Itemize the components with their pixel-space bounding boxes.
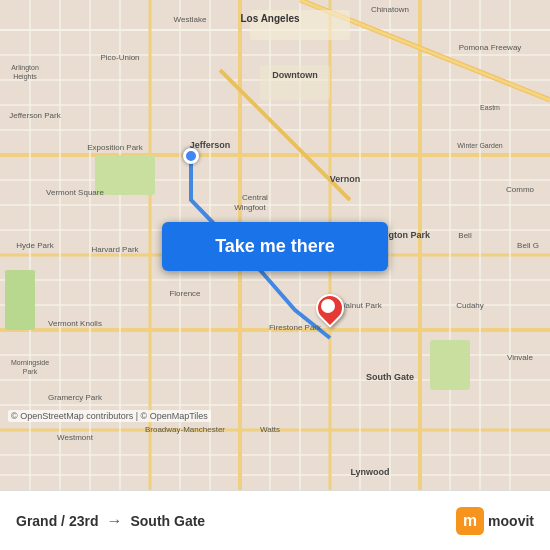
svg-text:Vernon: Vernon xyxy=(330,174,361,184)
svg-text:Exposition Park: Exposition Park xyxy=(87,143,144,152)
svg-text:Arlington: Arlington xyxy=(11,64,39,72)
svg-text:Bell G: Bell G xyxy=(517,241,539,250)
svg-text:Chinatown: Chinatown xyxy=(371,5,409,14)
svg-text:Watts: Watts xyxy=(260,425,280,434)
svg-text:Broadway-Manchester: Broadway-Manchester xyxy=(145,425,225,434)
svg-text:Eastm: Eastm xyxy=(480,104,500,111)
svg-text:Gramercy Park: Gramercy Park xyxy=(48,393,103,402)
svg-text:Vermont Knolls: Vermont Knolls xyxy=(48,319,102,328)
svg-rect-50 xyxy=(430,340,470,390)
moovit-icon: m xyxy=(456,507,484,535)
bottom-bar: Grand / 23rd → South Gate m moovit xyxy=(0,490,550,550)
svg-rect-49 xyxy=(5,270,35,330)
svg-text:Pomona Freeway: Pomona Freeway xyxy=(459,43,522,52)
map-attribution: © OpenStreetMap contributors | © OpenMap… xyxy=(8,410,211,422)
map-container: Los Angeles Westlake Chinatown Arlington… xyxy=(0,0,550,490)
svg-text:Walnut Park: Walnut Park xyxy=(338,301,382,310)
svg-text:Jefferson: Jefferson xyxy=(190,140,231,150)
svg-text:Jefferson Park: Jefferson Park xyxy=(9,111,61,120)
moovit-logo: m moovit xyxy=(456,507,534,535)
svg-text:Pico-Union: Pico-Union xyxy=(100,53,139,62)
svg-text:Florence: Florence xyxy=(169,289,201,298)
svg-text:Cudahy: Cudahy xyxy=(456,301,484,310)
svg-text:Bell: Bell xyxy=(458,231,472,240)
svg-text:Vinvale: Vinvale xyxy=(507,353,534,362)
svg-text:Los Angeles: Los Angeles xyxy=(240,13,300,24)
to-label: South Gate xyxy=(130,513,205,529)
svg-text:Morningside: Morningside xyxy=(11,359,49,367)
svg-text:Hyde Park: Hyde Park xyxy=(16,241,54,250)
origin-marker xyxy=(183,148,199,164)
svg-text:Commo: Commo xyxy=(506,185,535,194)
moovit-text: moovit xyxy=(488,513,534,529)
route-info: Grand / 23rd → South Gate xyxy=(16,512,205,530)
svg-text:Central: Central xyxy=(242,193,268,202)
svg-text:Wingfoot: Wingfoot xyxy=(234,203,266,212)
svg-text:m: m xyxy=(463,512,477,529)
svg-text:Vermont Square: Vermont Square xyxy=(46,188,104,197)
svg-text:Westlake: Westlake xyxy=(174,15,207,24)
svg-text:South Gate: South Gate xyxy=(366,372,414,382)
from-label: Grand / 23rd xyxy=(16,513,98,529)
svg-text:Firestone Park: Firestone Park xyxy=(269,323,322,332)
svg-rect-48 xyxy=(95,155,155,195)
svg-text:Harvard Park: Harvard Park xyxy=(91,245,139,254)
svg-text:Park: Park xyxy=(23,368,38,375)
svg-text:Downtown: Downtown xyxy=(272,70,318,80)
svg-text:Westmont: Westmont xyxy=(57,433,94,442)
take-me-there-button[interactable]: Take me there xyxy=(162,222,388,271)
arrow-icon: → xyxy=(106,512,122,530)
svg-text:Lynwood: Lynwood xyxy=(350,467,389,477)
svg-text:Winter Garden: Winter Garden xyxy=(457,142,503,149)
svg-text:Heights: Heights xyxy=(13,73,37,81)
